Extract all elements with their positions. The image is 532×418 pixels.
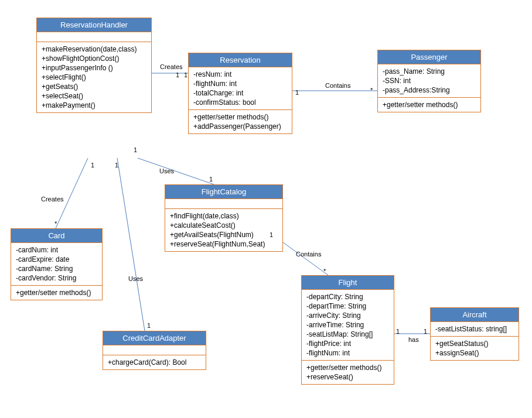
- attr: -departTime: String: [306, 301, 389, 311]
- mult: 1: [424, 328, 427, 335]
- mult: 1: [270, 231, 273, 238]
- assoc-label: Creates: [160, 63, 183, 70]
- assoc-label: Uses: [128, 275, 143, 282]
- class-passenger: Passenger -pass_Name: String -SSN: int -…: [377, 50, 481, 112]
- svg-line-2: [56, 158, 88, 228]
- class-title: Card: [11, 229, 102, 243]
- mult: *: [54, 220, 57, 227]
- class-credit-card-adapter: CreditCardAdapter +chargeCard(Card): Boo…: [103, 331, 206, 370]
- method: +getSeatStatus(): [435, 339, 514, 348]
- mult: 1: [147, 322, 151, 329]
- attr: -resNum: int: [193, 70, 287, 79]
- method: +getter/setter methods(): [383, 100, 476, 109]
- mult: 1: [209, 176, 213, 183]
- class-title: Flight: [302, 276, 394, 290]
- attr: -cardNum: int: [16, 245, 97, 255]
- assoc-label: Uses: [159, 167, 174, 174]
- methods-section: +findFlight(date,class) +calculateSeatCo…: [165, 209, 282, 251]
- attr: -pass_Address:String: [383, 85, 476, 95]
- attr: -flightNum: int: [193, 79, 287, 88]
- attrs-section: -cardNum: int -cardExpire: date -cardNam…: [11, 243, 102, 286]
- attr: -arriveTime: String: [306, 320, 389, 330]
- attr: -seatListMap: String[]: [306, 330, 389, 339]
- methods-section: +getter/setter methods(): [11, 286, 102, 300]
- mult: 1: [396, 328, 400, 335]
- attrs-section: [165, 199, 282, 209]
- method: +getter/setter methods(): [16, 288, 97, 297]
- mult: *: [323, 268, 326, 275]
- methods-section: +chargeCard(Card): Bool: [103, 355, 206, 369]
- attr: -seatListStatus: string[]: [435, 324, 514, 334]
- mult: *: [370, 87, 373, 94]
- attr: -pass_Name: String: [383, 67, 476, 76]
- attr: -cardVendor: String: [16, 273, 97, 283]
- method: +inputPassengerInfo (): [42, 63, 146, 73]
- method: +makePayment(): [42, 101, 146, 110]
- attr: -confirmStatus: bool: [193, 98, 287, 107]
- class-title: Reservation: [189, 53, 292, 67]
- assoc-label: Contains: [325, 82, 350, 89]
- methods-section: +getSeatStatus() +assignSeat(): [431, 337, 519, 360]
- mult: 1: [184, 71, 187, 78]
- methods-section: +makeReservation(date,class) +showFlight…: [37, 42, 151, 112]
- class-card: Card -cardNum: int -cardExpire: date -ca…: [11, 228, 103, 300]
- method: +makeReservation(date,class): [42, 44, 146, 54]
- attr: -cardName: String: [16, 264, 97, 273]
- method: +reserveSeat(FlightNum,Seat): [170, 239, 278, 249]
- class-flight: Flight -departCity: String -departTime: …: [301, 275, 394, 385]
- attrs-section: [37, 32, 151, 42]
- method: +chargeCard(Card): Bool: [108, 358, 201, 367]
- methods-section: +getter/setter methods() +reserveSeat(): [302, 361, 394, 384]
- class-title: ReservationHandler: [37, 18, 151, 32]
- method: +getAvailSeats(FlightNum): [170, 230, 278, 239]
- mult: 1: [91, 162, 94, 169]
- class-reservation: Reservation -resNum: int -flightNum: int…: [188, 53, 292, 134]
- mult: 1: [134, 146, 137, 153]
- mult: 1: [295, 89, 299, 96]
- attrs-section: [103, 345, 206, 355]
- class-reservation-handler: ReservationHandler +makeReservation(date…: [36, 18, 152, 113]
- class-title: CreditCardAdapter: [103, 331, 206, 345]
- attrs-section: -resNum: int -flightNum: int -totalCharg…: [189, 67, 292, 110]
- attr: -cardExpire: date: [16, 255, 97, 264]
- attr: -flightPrice: int: [306, 339, 389, 348]
- attrs-section: -pass_Name: String -SSN: int -pass_Addre…: [378, 64, 480, 98]
- method: +getter/setter methods(): [193, 112, 287, 122]
- attr: -flightNum: int: [306, 348, 389, 358]
- class-flight-catalog: FlightCatalog +findFlight(date,class) +c…: [165, 184, 283, 252]
- assoc-label: Creates: [41, 196, 64, 203]
- attr: -SSN: int: [383, 76, 476, 85]
- attr: -departCity: String: [306, 292, 389, 301]
- class-title: Aircraft: [431, 308, 519, 322]
- attr: -arriveCity: String: [306, 311, 389, 320]
- svg-line-4: [138, 158, 214, 184]
- attr: -totalCharge: int: [193, 88, 287, 98]
- method: +selectSeat(): [42, 91, 146, 101]
- assoc-label: Contains: [296, 251, 321, 258]
- class-title: Passenger: [378, 50, 480, 64]
- class-aircraft: Aircraft -seatListStatus: string[] +getS…: [430, 307, 519, 361]
- mult: 1: [115, 162, 118, 169]
- methods-section: +getter/setter methods(): [378, 98, 480, 112]
- methods-section: +getter/setter methods() +addPassenger(P…: [189, 110, 292, 133]
- method: +calculateSeatCost(): [170, 221, 278, 230]
- method: +selectFlight(): [42, 73, 146, 82]
- attrs-section: -seatListStatus: string[]: [431, 322, 519, 337]
- mult: 1: [176, 71, 179, 78]
- method: +addPassenger(Passenger): [193, 122, 287, 131]
- method: +getter/setter methods(): [306, 363, 389, 372]
- method: +getSeats(): [42, 82, 146, 91]
- class-title: FlightCatalog: [165, 185, 282, 199]
- method: +assignSeat(): [435, 348, 514, 358]
- method: +showFlightOptionCost(): [42, 54, 146, 63]
- attrs-section: -departCity: String -departTime: String …: [302, 290, 394, 361]
- assoc-label: has: [408, 336, 419, 343]
- method: +findFlight(date,class): [170, 211, 278, 221]
- method: +reserveSeat(): [306, 372, 389, 382]
- svg-line-3: [117, 158, 145, 331]
